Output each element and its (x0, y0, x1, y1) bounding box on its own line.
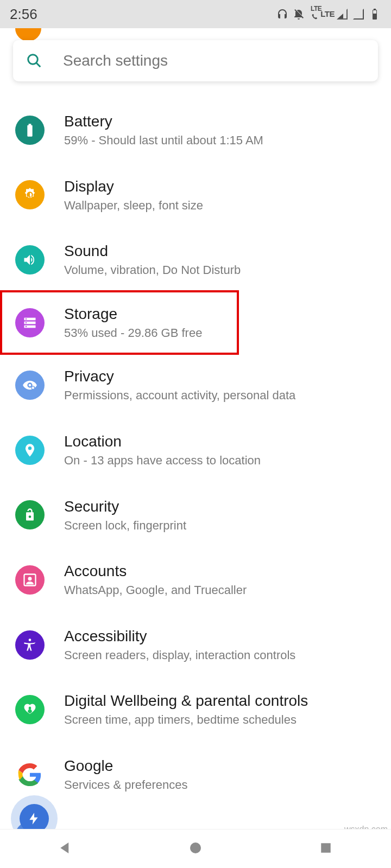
mic-icon (27, 812, 41, 826)
settings-row-storage[interactable]: Storage 53% used - 29.86 GB free (0, 290, 239, 355)
svg-point-12 (29, 707, 31, 709)
brightness-icon (15, 180, 45, 209)
sound-icon (15, 245, 45, 275)
svg-point-5 (26, 322, 27, 323)
settings-row-wellbeing[interactable]: Digital Wellbeing & parental controls Sc… (0, 677, 391, 742)
row-title: Digital Wellbeing & parental controls (64, 691, 376, 710)
row-subtitle: Wallpaper, sleep, font size (64, 198, 376, 214)
eye-icon (15, 371, 45, 400)
row-subtitle: Services & preferences (64, 777, 376, 793)
nav-back-button[interactable] (57, 840, 73, 858)
status-icons: LTE LTE (276, 6, 381, 22)
search-icon (26, 53, 42, 69)
storage-icon (15, 308, 45, 337)
row-subtitle: 59% - Should last until about 1:15 AM (64, 133, 376, 149)
row-title: Location (64, 432, 376, 451)
svg-point-4 (26, 318, 27, 319)
status-bar: 2:56 LTE LTE (0, 0, 391, 28)
headphones-icon (276, 8, 289, 21)
accessibility-icon (15, 630, 45, 660)
row-subtitle: Screen time, app timers, bedtime schedul… (64, 712, 376, 728)
row-title: Google (64, 756, 376, 775)
row-subtitle: Permissions, account activity, personal … (64, 388, 376, 404)
row-subtitle: WhatsApp, Google, and Truecaller (64, 583, 376, 598)
row-subtitle: 53% used - 29.86 GB free (64, 326, 224, 341)
row-subtitle: Volume, vibration, Do Not Disturb (64, 263, 376, 278)
battery-icon (15, 116, 45, 145)
svg-rect-14 (321, 843, 331, 853)
settings-row-sound[interactable]: Sound Volume, vibration, Do Not Disturb (0, 227, 391, 292)
row-title: Accounts (64, 561, 376, 580)
search-bar[interactable] (13, 40, 378, 81)
volte-indicator: LTE (308, 6, 319, 22)
account-icon (15, 565, 45, 595)
svg-point-13 (190, 843, 201, 853)
row-title: Battery (64, 112, 376, 131)
nav-home-button[interactable] (187, 840, 204, 858)
row-subtitle: On - 13 apps have access to location (64, 453, 376, 469)
signal-1-icon (336, 8, 349, 21)
row-subtitle: Screen readers, display, interaction con… (64, 648, 376, 663)
row-title: Security (64, 497, 376, 516)
settings-row-accessibility[interactable]: Accessibility Screen readers, display, i… (0, 612, 391, 678)
location-icon (15, 436, 45, 465)
navigation-bar (0, 829, 391, 868)
row-subtitle: Screen lock, fingerprint (64, 518, 376, 534)
svg-point-10 (28, 577, 32, 580)
nav-recents-button[interactable] (318, 840, 334, 858)
google-icon (15, 760, 45, 789)
battery-status-icon (368, 8, 381, 21)
svg-rect-8 (32, 387, 34, 389)
settings-row-display[interactable]: Display Wallpaper, sleep, font size (0, 163, 391, 228)
row-title: Display (64, 177, 376, 196)
dnd-off-icon (292, 8, 305, 21)
row-title: Privacy (64, 367, 376, 386)
row-title: Sound (64, 241, 376, 260)
row-title: Accessibility (64, 627, 376, 646)
svg-point-11 (29, 639, 31, 641)
svg-point-6 (26, 326, 27, 327)
security-icon (15, 500, 45, 529)
settings-content: Battery 59% - Should last until about 1:… (0, 28, 391, 829)
settings-row-battery[interactable]: Battery 59% - Should last until about 1:… (0, 98, 391, 163)
settings-row-accounts[interactable]: Accounts WhatsApp, Google, and Truecalle… (0, 547, 391, 612)
apps-icon (15, 28, 41, 41)
search-input[interactable] (63, 52, 365, 69)
settings-row-security[interactable]: Security Screen lock, fingerprint (0, 483, 391, 548)
lte-indicator: LTE (320, 11, 335, 17)
settings-list: Battery 59% - Should last until about 1:… (0, 98, 391, 829)
settings-row-location[interactable]: Location On - 13 apps have access to loc… (0, 418, 391, 483)
signal-2-icon (352, 8, 365, 21)
settings-row-privacy[interactable]: Privacy Permissions, account activity, p… (0, 353, 391, 418)
settings-row-google[interactable]: Google Services & preferences (0, 742, 391, 807)
svg-rect-0 (373, 10, 376, 14)
wellbeing-icon (15, 695, 45, 724)
status-time: 2:56 (10, 6, 37, 23)
row-title: Storage (64, 304, 224, 323)
settings-row-performance[interactable]: Performance optimization (0, 807, 391, 829)
